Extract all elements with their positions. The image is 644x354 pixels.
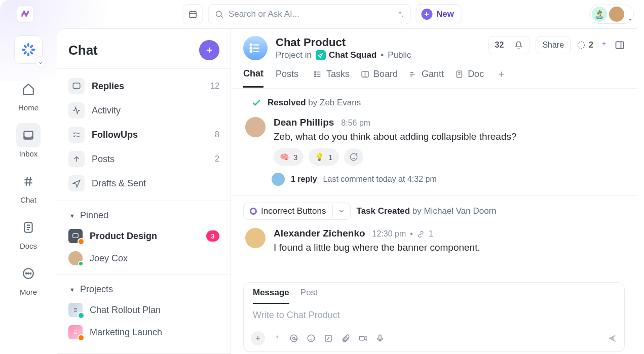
search-input[interactable] — [229, 9, 391, 19]
mention-icon[interactable] — [289, 334, 298, 343]
inbox-icon — [22, 129, 35, 142]
tab-posts[interactable]: Posts — [276, 69, 298, 87]
chevron-down-icon — [338, 208, 345, 215]
svg-point-5 — [26, 273, 27, 274]
link-icon — [417, 230, 425, 238]
app-logo[interactable] — [17, 6, 33, 22]
rail-label: More — [20, 288, 37, 296]
global-search[interactable] — [208, 4, 410, 24]
doc-icon — [22, 221, 35, 234]
person-avatar — [68, 251, 83, 265]
attachment-icon[interactable] — [341, 334, 350, 343]
message-composer: Message Post — [243, 282, 625, 352]
svg-rect-8 — [73, 83, 80, 89]
composer-input[interactable] — [244, 304, 624, 327]
board-icon — [361, 70, 369, 78]
unread-badge: 3 — [206, 230, 219, 242]
tab-doc[interactable]: Doc — [455, 69, 484, 87]
composer-tab-message[interactable]: Message — [253, 288, 289, 304]
sidebar-item-replies[interactable]: Replies 12 — [62, 74, 225, 98]
tab-gantt[interactable]: Gantt — [409, 69, 444, 87]
sidebar-item-followups[interactable]: FollowUps 8 — [62, 123, 225, 147]
activity-icon — [72, 106, 81, 115]
send-button[interactable] — [607, 333, 617, 343]
left-rail: ⌄ Home Inbox Chat Docs More — [0, 28, 57, 354]
sidebar-item-posts[interactable]: Posts 2 — [62, 147, 225, 171]
thread-replies[interactable]: 1 reply Last comment today at 4:32 pm — [272, 173, 625, 186]
calendar-button[interactable] — [182, 4, 203, 24]
compose-button[interactable] — [199, 40, 219, 60]
squad-chip[interactable]: Chat Squad — [316, 50, 376, 60]
ai-sparkle-icon — [396, 10, 404, 18]
new-button[interactable]: + New — [415, 4, 462, 24]
plus-icon: + — [421, 9, 432, 20]
list-icon — [68, 325, 83, 339]
author-name[interactable]: Alexander Zichenko — [274, 228, 365, 239]
rail-label: Home — [18, 103, 39, 112]
mic-icon[interactable] — [375, 334, 385, 343]
more-icon — [22, 267, 35, 280]
reaction-brain[interactable]: 🧠3 — [274, 148, 304, 166]
svg-point-11 — [250, 47, 252, 49]
composer-add-button[interactable] — [251, 331, 265, 345]
tab-chat[interactable]: Chat — [243, 68, 263, 88]
share-button[interactable]: Share — [536, 36, 571, 54]
rail-more[interactable]: More — [10, 257, 47, 300]
panel-icon[interactable] — [615, 40, 625, 50]
message-time: 8:56 pm — [341, 119, 370, 128]
pinned-joey-cox[interactable]: Joey Cox — [62, 247, 225, 269]
checklist-icon — [72, 130, 81, 139]
svg-point-7 — [30, 273, 31, 274]
rail-home[interactable]: Home — [10, 73, 47, 116]
add-view-button[interactable] — [497, 69, 506, 87]
project-marketing-launch[interactable]: Marketing Launch — [62, 321, 225, 343]
svg-rect-9 — [73, 233, 79, 238]
sidebar-item-activity[interactable]: Activity — [62, 98, 225, 123]
ai-sparkle-icon[interactable] — [273, 334, 281, 342]
author-avatar[interactable] — [245, 228, 266, 248]
emoji-icon[interactable] — [307, 334, 316, 343]
svg-point-12 — [250, 51, 252, 52]
account-switcher[interactable]: 🏝️ ▾ — [589, 5, 634, 24]
video-icon[interactable] — [358, 334, 367, 343]
rail-chat[interactable]: Chat — [10, 165, 47, 208]
workspace-tile[interactable]: ⌄ — [14, 35, 43, 64]
task-pill-dropdown[interactable] — [332, 205, 350, 218]
task-created-row: Incorrect Buttons Task Created by Michae… — [243, 203, 625, 220]
sidebar-item-drafts[interactable]: Drafts & Sent — [62, 171, 225, 195]
globe-icon[interactable]: 2 — [577, 41, 593, 50]
rail-inbox[interactable]: Inbox — [10, 119, 47, 162]
message: Alexander Zichenko 12:30 pm • 1 I found … — [243, 225, 625, 253]
tab-tasks[interactable]: Tasks — [314, 69, 350, 87]
pinned-product-design[interactable]: Product Design 3 — [62, 225, 225, 247]
followers-pill[interactable]: 32 — [488, 36, 530, 54]
svg-rect-0 — [189, 12, 196, 18]
linked-task-pill[interactable]: Incorrect Buttons — [243, 203, 351, 220]
doc-icon — [455, 70, 464, 78]
caret-down-icon: ▼ — [69, 213, 75, 219]
add-emoji-icon — [349, 152, 358, 162]
chevron-down-icon[interactable]: ⌄ — [35, 56, 46, 67]
ai-sparkle-icon[interactable] — [599, 41, 609, 50]
reply-avatar — [272, 173, 285, 186]
composer-tab-post[interactable]: Post — [300, 288, 318, 304]
project-chat-rollout[interactable]: Chat Rollout Plan — [62, 299, 225, 321]
reply-icon — [72, 82, 81, 91]
new-button-label: New — [436, 9, 454, 19]
projects-heading[interactable]: ▼ Projects — [62, 280, 225, 299]
tab-board[interactable]: Board — [361, 69, 398, 87]
search-icon — [214, 10, 223, 19]
plus-icon — [497, 70, 506, 78]
rail-docs[interactable]: Docs — [10, 211, 47, 254]
workspace-icon: 🏝️ — [592, 7, 607, 22]
reaction-bulb[interactable]: 💡1 — [309, 148, 338, 166]
slash-command-icon[interactable] — [324, 334, 333, 343]
pinned-heading[interactable]: ▼ Pinned — [62, 206, 225, 225]
author-avatar[interactable] — [245, 117, 266, 137]
author-name[interactable]: Dean Phillips — [274, 117, 334, 128]
composer-toolbar — [244, 329, 624, 351]
view-tabs: Chat Posts Tasks Board Gantt Doc — [231, 60, 637, 89]
add-reaction-button[interactable] — [344, 148, 363, 166]
home-icon — [22, 83, 35, 96]
resolved-banner: Resolved by Zeb Evans — [243, 96, 625, 114]
